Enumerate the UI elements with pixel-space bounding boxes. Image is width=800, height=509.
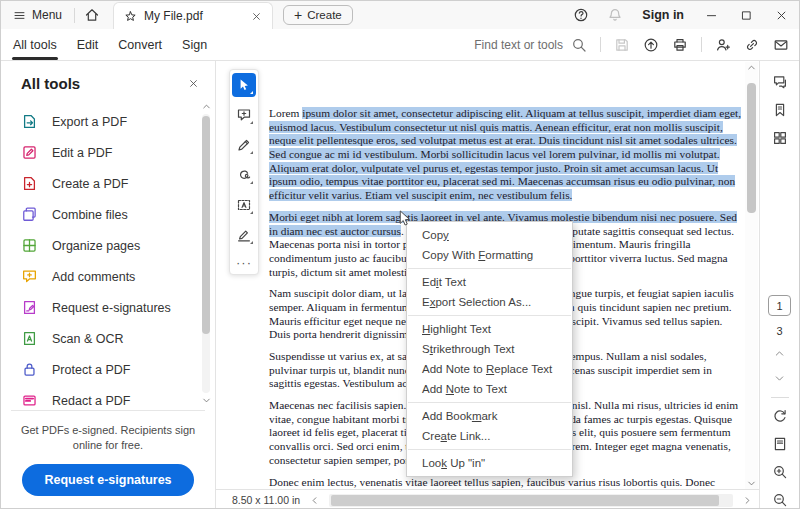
menu-item-highlight-text[interactable]: Highlight Text: [407, 319, 572, 339]
tool-label: Create a PDF: [52, 177, 128, 191]
sidebar-item-request-e-signatures[interactable]: Request e-signatures: [7, 292, 193, 323]
chevron-up-icon: [773, 347, 786, 360]
status-bar: 8.50 x 11.00 in: [216, 489, 759, 509]
quick-tools-rail: ···: [229, 69, 259, 275]
menu-item-strikethrough-text[interactable]: Strikethrough Text: [407, 339, 572, 359]
more-tools-tool-button[interactable]: ···: [232, 253, 256, 271]
next-page-button[interactable]: [773, 372, 786, 385]
esign-promo: Get PDFs e-signed. Recipients sign onlin…: [11, 410, 205, 509]
print-button[interactable]: [672, 37, 688, 53]
menu-item-copy[interactable]: Copy: [407, 225, 572, 245]
scroll-up-icon[interactable]: [746, 62, 757, 73]
scrollbar-thumb[interactable]: [202, 116, 210, 334]
get-link-button[interactable]: [744, 37, 760, 53]
tool-label: Scan & OCR: [52, 332, 124, 346]
tab-edit[interactable]: Edit: [67, 29, 109, 61]
menu-item-export-selection-as[interactable]: Export Selection As...: [407, 292, 572, 312]
sidebar-item-redact-a-pdf[interactable]: Redact a PDF: [7, 385, 193, 410]
comments-panel-button[interactable]: [772, 74, 788, 90]
person-plus-icon: [715, 37, 731, 53]
scroll-up-icon[interactable]: [201, 101, 212, 112]
divider: [600, 37, 601, 52]
tab-convert[interactable]: Convert: [108, 29, 172, 61]
sidebar-item-organize-pages[interactable]: Organize pages: [7, 230, 193, 261]
home-button[interactable]: [75, 7, 109, 23]
create-button[interactable]: + Create: [283, 5, 353, 25]
scroll-right-icon[interactable]: [742, 495, 753, 506]
star-icon[interactable]: [124, 10, 137, 23]
request-signature-button[interactable]: [715, 37, 731, 53]
draw-tool-button[interactable]: [232, 163, 256, 187]
tab-sign[interactable]: Sign: [172, 29, 217, 61]
previous-page-button[interactable]: [773, 347, 786, 360]
sidebar-item-export-a-pdf[interactable]: Export a PDF: [7, 106, 193, 137]
window-close-button[interactable]: [764, 1, 799, 29]
sidebar-item-add-comments[interactable]: Add comments: [7, 261, 193, 292]
tool-label: Redact a PDF: [52, 394, 131, 408]
menu-item-edit-text[interactable]: Edit Text: [407, 272, 572, 292]
horizontal-scrollbar[interactable]: [329, 494, 733, 507]
chevron-down-icon: [773, 372, 786, 385]
scrollbar-thumb[interactable]: [747, 83, 756, 213]
scroll-down-icon[interactable]: [746, 478, 757, 489]
scrollbar-track[interactable]: [202, 114, 210, 393]
maximize-button[interactable]: [729, 1, 764, 29]
menu-item-add-bookmark[interactable]: Add Bookmark: [407, 406, 572, 426]
email-button[interactable]: [773, 37, 789, 53]
document-tab[interactable]: My File.pdf: [113, 2, 273, 29]
add-comment-tool-button[interactable]: [232, 103, 256, 127]
request-esignatures-button[interactable]: Request e-signatures: [22, 464, 193, 496]
vertical-scrollbar[interactable]: [745, 62, 758, 489]
sidebar-item-edit-a-pdf[interactable]: Edit a PDF: [7, 137, 193, 168]
help-button[interactable]: [564, 7, 598, 23]
select-tool-button[interactable]: [232, 73, 256, 97]
paragraph: Donec enim lectus, venenatis vitae laore…: [269, 476, 743, 490]
sidebar-scrollbar[interactable]: [200, 101, 212, 406]
menu-button[interactable]: Menu: [1, 8, 74, 22]
scroll-left-icon[interactable]: [309, 495, 320, 506]
rotate-page-button[interactable]: [772, 408, 788, 424]
scrollbar-track[interactable]: [747, 73, 756, 478]
fill-sign-tool-button[interactable]: [232, 223, 256, 247]
sidebar-item-scan-ocr[interactable]: Scan & OCR: [7, 323, 193, 354]
page-number-input[interactable]: 1: [768, 295, 791, 316]
sidebar-item-protect-a-pdf[interactable]: Protect a PDF: [7, 354, 193, 385]
tab-all-tools[interactable]: All tools: [3, 29, 67, 61]
menu-item-copy-with-formatting[interactable]: Copy With Formatting: [407, 245, 572, 265]
save-button[interactable]: [614, 37, 630, 53]
zoom-in-icon: [772, 464, 788, 480]
link-icon: [744, 37, 760, 53]
zoom-out-icon: [772, 492, 788, 508]
tab-close-button[interactable]: [249, 9, 264, 24]
menu-item-add-note-to-text[interactable]: Add Note to Text: [407, 379, 572, 399]
sidebar-item-create-a-pdf[interactable]: Create a PDF: [7, 168, 193, 199]
zoom-in-button[interactable]: [772, 464, 788, 480]
flyout-corner: [250, 181, 253, 184]
menu-item-look-up-in[interactable]: Look Up "in": [407, 453, 572, 473]
pdf-page[interactable]: Lorem ipsum dolor sit amet, consectetur …: [216, 61, 759, 489]
scan-ocr-icon: [21, 330, 38, 347]
find-button[interactable]: Find text or tools: [474, 37, 587, 53]
title-bar: Menu My File.pdf + Create Sign in: [1, 1, 799, 29]
bookmarks-panel-button[interactable]: [772, 102, 788, 118]
zoom-out-button[interactable]: [772, 492, 788, 508]
notifications-button[interactable]: [598, 7, 632, 23]
scrollbar-thumb[interactable]: [331, 495, 719, 506]
protect-pdf-icon: [21, 361, 38, 378]
fit-page-button[interactable]: [772, 436, 788, 452]
menu-item-create-link[interactable]: Create Link...: [407, 426, 572, 446]
highlight-tool-button[interactable]: [232, 133, 256, 157]
menu-separator: [408, 449, 571, 450]
scroll-down-icon[interactable]: [201, 395, 212, 406]
tool-label: Protect a PDF: [52, 363, 131, 377]
home-icon: [84, 7, 100, 23]
mail-icon: [773, 37, 789, 53]
page-thumbnails-button[interactable]: [772, 130, 788, 146]
menu-item-add-note-to-replace-text[interactable]: Add Note to Replace Text: [407, 359, 572, 379]
sign-in-button[interactable]: Sign in: [632, 8, 694, 22]
minimize-button[interactable]: [694, 1, 729, 29]
panel-close-button[interactable]: [186, 76, 201, 91]
text-comment-tool-button[interactable]: [232, 193, 256, 217]
sidebar-item-combine-files[interactable]: Combine files: [7, 199, 193, 230]
share-button[interactable]: [643, 37, 659, 53]
